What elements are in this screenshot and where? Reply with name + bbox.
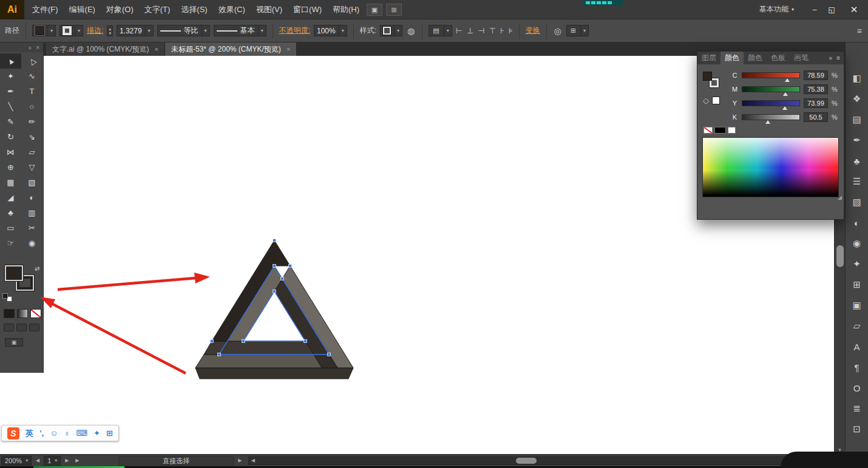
- penrose-triangle-artwork[interactable]: [180, 231, 374, 388]
- line-segment-tool[interactable]: ╲: [0, 99, 21, 114]
- stroke-panel-button[interactable]: ☰: [846, 171, 868, 192]
- align-to-dropdown[interactable]: ▤ ▾: [429, 25, 452, 36]
- stroke-panel-link[interactable]: 描边:: [87, 25, 103, 36]
- tab-document-2[interactable]: 未标题-53* @ 200% (CMYK/预览) ×: [165, 42, 297, 56]
- slider-thumb[interactable]: [765, 120, 770, 124]
- transform-panel-link[interactable]: 变换: [526, 25, 540, 36]
- workspace-switcher[interactable]: 基本功能 ▾: [759, 4, 794, 15]
- previous-artboard-icon[interactable]: ◀: [33, 458, 42, 463]
- color-panel-button[interactable]: ◧: [846, 68, 868, 89]
- black-swatch[interactable]: [714, 127, 726, 134]
- artboard-navigation-combo[interactable]: 1 ▾: [44, 456, 61, 466]
- transform-panel-button[interactable]: ▱: [846, 316, 868, 336]
- rotate-tool[interactable]: ↻: [0, 129, 21, 144]
- color-guide-panel-button[interactable]: ❖: [846, 89, 868, 109]
- lasso-tool[interactable]: ∿: [21, 69, 42, 84]
- stepper-down-icon[interactable]: ▾: [109, 31, 111, 35]
- slider-thumb[interactable]: [782, 106, 787, 110]
- menu-window[interactable]: 窗口(W): [288, 0, 327, 19]
- black-value-field[interactable]: 50.5: [804, 112, 828, 122]
- toolbox-icon[interactable]: ⊞: [106, 429, 113, 438]
- draw-inside-button[interactable]: [29, 324, 39, 331]
- transparency-panel-button[interactable]: ◐: [846, 212, 868, 233]
- gradient-tool[interactable]: ▧: [21, 175, 42, 190]
- isolate-object-icon[interactable]: ◎: [553, 26, 563, 36]
- direct-selection-tool[interactable]: △: [21, 53, 42, 69]
- character-panel-button[interactable]: A: [846, 336, 868, 357]
- last-artboard-icon[interactable]: ▶: [73, 458, 81, 463]
- document-layout-icon[interactable]: ⊞: [386, 4, 402, 16]
- artboard-tool[interactable]: ▭: [0, 220, 21, 236]
- close-icon[interactable]: ×: [155, 46, 158, 53]
- tab-layers[interactable]: 图层: [697, 52, 721, 64]
- menu-edit[interactable]: 编辑(E): [64, 0, 101, 19]
- swap-fill-stroke-icon[interactable]: ⇄: [35, 265, 39, 272]
- sogou-logo[interactable]: S: [7, 427, 19, 439]
- zoom-level-combo[interactable]: 200% ▾: [1, 456, 32, 466]
- gamut-cube-icon[interactable]: ◇: [703, 96, 709, 105]
- tab-swatches[interactable]: 色板: [767, 52, 790, 64]
- color-button[interactable]: [4, 309, 15, 318]
- vertical-scroll-thumb[interactable]: [836, 245, 844, 267]
- tab-color[interactable]: 颜色: [721, 52, 744, 64]
- keyboard-icon[interactable]: ⌨: [76, 429, 87, 438]
- fill-color-swatch[interactable]: [5, 265, 23, 281]
- menu-help[interactable]: 帮助(H): [327, 0, 365, 19]
- align-left-button[interactable]: ⊢: [456, 26, 463, 35]
- punctuation-button[interactable]: ’,: [39, 429, 44, 438]
- pencil-tool[interactable]: ✏: [21, 114, 42, 129]
- stroke-color-dropdown[interactable]: ▾: [59, 25, 83, 36]
- yellow-value-field[interactable]: 73.99: [804, 98, 828, 108]
- mesh-tool[interactable]: ▦: [0, 175, 21, 190]
- stroke-weight-stepper[interactable]: ▴ ▾: [107, 25, 113, 36]
- layers-panel-button[interactable]: ≣: [846, 398, 868, 419]
- selection-tool[interactable]: ▲: [0, 53, 21, 69]
- width-tool[interactable]: ⋈: [0, 144, 21, 160]
- align-top-button[interactable]: ⊤: [489, 26, 496, 35]
- graphic-styles-panel-button[interactable]: ✦: [846, 254, 868, 274]
- horizontal-scrollbar[interactable]: ◀ ▶: [248, 456, 843, 465]
- close-icon[interactable]: ×: [287, 46, 290, 53]
- free-transform-tool[interactable]: ▱: [21, 144, 42, 160]
- cyan-value-field[interactable]: 78.59: [804, 70, 828, 80]
- pathfinder-panel-button[interactable]: ▣: [846, 295, 868, 316]
- brush-definition-dropdown[interactable]: 基本 ▾: [214, 25, 266, 36]
- opentype-panel-button[interactable]: O: [846, 378, 868, 398]
- language-mode-button[interactable]: 英: [25, 428, 33, 439]
- slice-tool[interactable]: ✂: [21, 220, 42, 236]
- emoji-icon[interactable]: ☺: [50, 429, 58, 438]
- screen-mode-button[interactable]: ▣: [5, 338, 23, 347]
- draw-behind-button[interactable]: [16, 324, 27, 331]
- slider-thumb[interactable]: [783, 92, 788, 96]
- menu-file[interactable]: 文件(F): [27, 0, 64, 19]
- eyedropper-tool[interactable]: ◢: [0, 190, 21, 205]
- gamut-color-swatch[interactable]: [712, 97, 720, 104]
- more-options-dropdown[interactable]: ⊞ ▾: [566, 25, 589, 36]
- recolor-artwork-icon[interactable]: ◍: [406, 26, 416, 36]
- minimize-button[interactable]: –: [806, 0, 823, 19]
- cyan-slider[interactable]: [742, 72, 800, 78]
- panel-fill-swatch[interactable]: [703, 72, 712, 81]
- yellow-slider[interactable]: [742, 100, 800, 106]
- blend-tool[interactable]: ◐: [21, 190, 42, 205]
- slider-thumb[interactable]: [785, 78, 790, 82]
- black-slider[interactable]: [742, 114, 800, 120]
- menu-effect[interactable]: 效果(C): [213, 0, 251, 19]
- magenta-value-field[interactable]: 75.38: [804, 84, 828, 94]
- width-profile-dropdown[interactable]: 等比 ▾: [157, 25, 210, 36]
- collapse-icon[interactable]: «: [29, 44, 32, 51]
- stroke-weight-combo[interactable]: 1.3279 ▾: [117, 25, 154, 36]
- perspective-grid-tool[interactable]: ▽: [21, 160, 42, 175]
- close-button[interactable]: ✕: [840, 0, 868, 19]
- scroll-left-icon[interactable]: ◀: [249, 457, 257, 464]
- align-right-button[interactable]: ⊣: [478, 26, 484, 35]
- tab-document-1[interactable]: 文字.ai @ 100% (CMYK/预览) ×: [46, 42, 165, 56]
- status-options-icon[interactable]: ▶: [236, 458, 244, 463]
- expand-panel-icon[interactable]: »: [829, 55, 833, 61]
- stepper-up-icon[interactable]: ▴: [109, 27, 111, 31]
- shape-builder-tool[interactable]: ⊕: [0, 160, 21, 175]
- default-fill-stroke-icon[interactable]: [2, 293, 12, 302]
- draw-normal-button[interactable]: [4, 324, 14, 331]
- symbol-sprayer-tool[interactable]: ♣: [0, 205, 21, 220]
- opacity-panel-link[interactable]: 不透明度:: [279, 25, 310, 36]
